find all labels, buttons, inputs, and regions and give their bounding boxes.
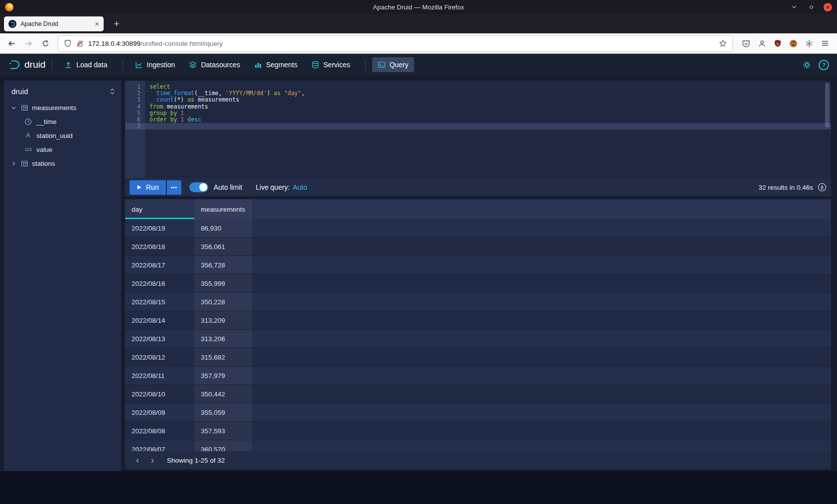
druid-favicon [8,20,16,28]
cell-measurements[interactable]: 360,570 [194,440,252,451]
account-icon[interactable] [758,39,766,48]
line-number: 5 [125,110,145,117]
nav-divider [365,59,366,70]
cell-day[interactable]: 2022/08/15 [125,293,194,311]
nav-item-query[interactable]: Query [372,57,414,72]
cell-measurements[interactable]: 357,979 [194,367,252,384]
code-token [149,96,156,103]
tree-item-label: stations [32,160,55,167]
cell-day[interactable]: 2022/08/16 [125,274,194,292]
cell-day[interactable]: 2022/08/11 [125,367,194,384]
tree-item-station-uuid[interactable]: Astation_uuid [4,128,121,142]
window-maximize-button[interactable] [807,2,816,11]
cell-day[interactable]: 2022/08/10 [125,385,194,403]
nav-item-load-data[interactable]: Load data [59,57,113,72]
extension-pinwheel-icon[interactable] [805,39,814,48]
download-icon[interactable] [818,183,827,192]
cell-measurements[interactable]: 356,061 [194,238,252,255]
query-main: 1select2 time_format(__time, 'YYYY/MM/dd… [125,81,831,471]
nav-item-datasources[interactable]: Datasources [183,57,246,72]
cell-day[interactable]: 2022/08/07 [125,440,194,451]
gear-icon[interactable] [803,61,811,69]
nav-item-services[interactable]: Services [306,57,356,72]
tree-item-time[interactable]: __time [4,115,121,128]
cell-measurements[interactable]: 313,206 [194,330,252,348]
cell-measurements[interactable]: 350,442 [194,385,252,403]
tree-item-measurements[interactable]: measurements [4,101,121,115]
forward-button[interactable] [20,35,37,51]
column-header-measurements[interactable]: measurements [194,199,252,219]
editor-line: 3 count(*) as measurements [125,97,831,103]
druid-logo[interactable]: druid [8,58,45,71]
privacy-badger-extension-icon[interactable] [789,39,798,48]
run-more-button[interactable]: ••• [167,180,181,195]
database-icon [311,61,319,69]
url-bar[interactable]: 172.18.0.4:30899/unified-console.html#qu… [58,35,733,52]
line-number: 3 [125,97,145,103]
tracking-shield-icon[interactable] [64,39,72,47]
cell-measurements[interactable]: 350,228 [194,293,252,311]
cell-day[interactable]: 2022/08/09 [125,403,194,421]
insecure-lock-icon[interactable] [76,40,84,47]
bookmark-star-icon[interactable] [719,39,727,47]
cell-measurements[interactable]: 315,682 [194,348,252,366]
cell-measurements[interactable]: 356,728 [194,256,252,274]
back-button[interactable] [3,35,20,51]
run-button[interactable]: Run [130,180,166,195]
cell-day[interactable]: 2022/08/14 [125,311,194,329]
druid-query-view: druid measurements__timeAstation_uuid123… [0,76,837,471]
sql-editor[interactable]: 1select2 time_format(__time, 'YYYY/MM/dd… [125,81,831,178]
code-token: order by [149,116,177,123]
auto-limit-toggle[interactable] [189,182,208,192]
tab-close-icon[interactable]: × [95,20,99,27]
cell-day[interactable]: 2022/08/17 [125,256,194,274]
live-query-label: Live query: [256,183,289,191]
cell-day[interactable]: 2022/08/13 [125,330,194,348]
prev-page-button[interactable]: ‹ [130,453,145,468]
cell-measurements[interactable]: 357,593 [194,422,252,440]
nav-item-segments[interactable]: Segments [249,57,303,72]
cell-day[interactable]: 2022/08/12 [125,348,194,366]
cell-measurements[interactable]: 86,930 [194,219,252,237]
schema-name: druid [11,87,28,96]
tree-item-stations[interactable]: stations [4,156,121,170]
next-page-button[interactable]: › [145,453,160,468]
table-row: 2022/08/07360,570 [125,440,831,451]
nav-item-ingestion[interactable]: Ingestion [130,57,181,72]
ublock-extension-icon[interactable]: u [774,39,782,47]
chevron-down-icon[interactable] [11,105,17,111]
cell-measurements[interactable]: 355,999 [194,274,252,292]
code-token: , [301,90,305,97]
pocket-icon[interactable] [742,39,750,48]
schema-tree: measurements__timeAstation_uuid123values… [4,101,121,170]
cell-measurements[interactable]: 355,059 [194,403,252,421]
window-title: Apache Druid — Mozilla Firefox [0,3,837,11]
cell-day[interactable]: 2022/08/08 [125,422,194,440]
results-table-header: day measurements [125,199,831,219]
bar-chart-icon [254,61,262,69]
browser-tab[interactable]: Apache Druid × [4,16,104,31]
editor-scrollbar[interactable] [825,83,830,127]
console-icon [378,61,386,69]
reload-button[interactable] [37,35,54,51]
cell-day[interactable]: 2022/08/18 [125,238,194,255]
help-icon[interactable]: ? [819,60,829,70]
cell-day[interactable]: 2022/08/19 [125,219,194,237]
table-row: 2022/08/13313,206 [125,330,831,348]
chevron-right-icon[interactable] [11,161,17,166]
column-header-day[interactable]: day [125,199,194,219]
run-button-label: Run [146,183,159,191]
double-caret-icon[interactable] [110,88,115,95]
new-tab-button[interactable]: + [110,17,124,31]
tree-item-value[interactable]: 123value [4,142,121,156]
url-text[interactable]: 172.18.0.4:30899/unified-console.html#qu… [88,40,714,47]
nav-item-label: Segments [266,61,297,69]
menu-icon[interactable] [821,39,829,47]
cell-measurements[interactable]: 313,209 [194,311,252,329]
schema-selector[interactable]: druid [4,81,121,101]
table-icon [20,104,29,112]
nav-item-label: Services [323,61,350,69]
window-close-button[interactable] [824,3,832,11]
live-query-value[interactable]: Auto [293,183,307,191]
window-minimize-button[interactable] [790,2,799,11]
